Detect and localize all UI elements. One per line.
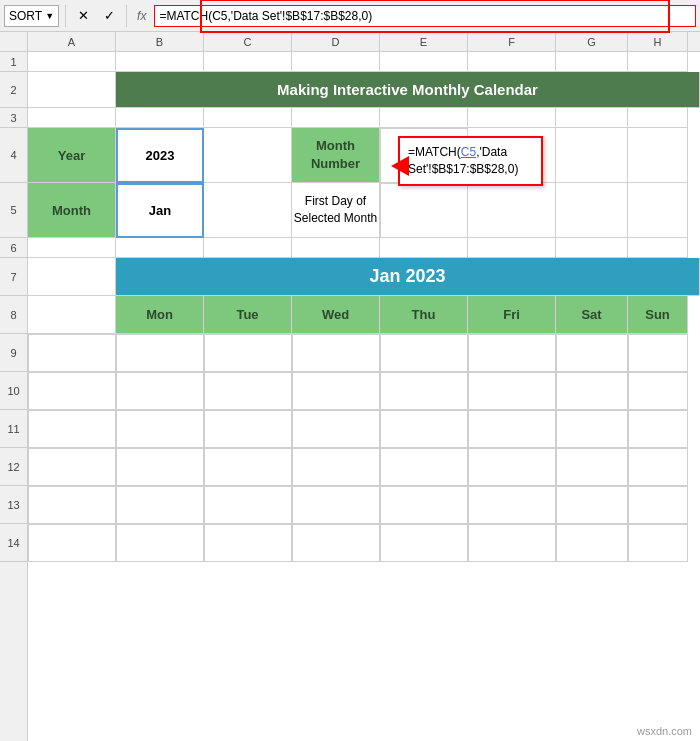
cell-e14[interactable] <box>380 524 468 562</box>
col-header-b: B <box>116 32 204 51</box>
cell-e9[interactable] <box>380 334 468 372</box>
day-thu: Thu <box>380 296 468 334</box>
cell-c12[interactable] <box>204 448 292 486</box>
rownum-10: 10 <box>0 372 27 410</box>
cell-a10 <box>28 372 116 410</box>
cancel-button[interactable]: ✕ <box>72 5 94 27</box>
sort-arrow-icon: ▼ <box>45 11 54 21</box>
cell-a9 <box>28 334 116 372</box>
cell-e11[interactable] <box>380 410 468 448</box>
cell-h9[interactable] <box>628 334 688 372</box>
row-13 <box>28 486 700 524</box>
col-header-c: C <box>204 32 292 51</box>
cell-g10[interactable] <box>556 372 628 410</box>
year-value-text: 2023 <box>146 148 175 163</box>
cell-d14[interactable] <box>292 524 380 562</box>
col-headers-row: A B C D E F G H <box>0 32 700 52</box>
cell-h10[interactable] <box>628 372 688 410</box>
cell-f13[interactable] <box>468 486 556 524</box>
cell-b12[interactable] <box>116 448 204 486</box>
cell-d6 <box>204 238 292 258</box>
cell-d11[interactable] <box>292 410 380 448</box>
cell-g14[interactable] <box>556 524 628 562</box>
cell-c14[interactable] <box>204 524 292 562</box>
cell-e1 <box>380 52 468 72</box>
cell-f9[interactable] <box>468 334 556 372</box>
month-value-cell[interactable]: Jan <box>116 183 204 238</box>
day-wed: Wed <box>292 296 380 334</box>
calendar-header-cell: Jan 2023 <box>116 258 700 296</box>
cell-g13[interactable] <box>556 486 628 524</box>
row-12 <box>28 448 700 486</box>
cell-g6 <box>468 238 556 258</box>
month-label-cell: Month <box>28 183 116 238</box>
cell-d13[interactable] <box>292 486 380 524</box>
cell-c13[interactable] <box>204 486 292 524</box>
col-header-e: E <box>380 32 468 51</box>
grid-canvas: Making Interactive Monthly Calendar <box>28 52 700 562</box>
sort-dropdown[interactable]: SORT ▼ <box>4 5 59 27</box>
cell-h6 <box>556 238 628 258</box>
cell-a12 <box>28 448 116 486</box>
cell-c11[interactable] <box>204 410 292 448</box>
cell-f12[interactable] <box>468 448 556 486</box>
cell-e12[interactable] <box>380 448 468 486</box>
cell-f10[interactable] <box>468 372 556 410</box>
cell-c1 <box>204 52 292 72</box>
cell-i5 <box>628 183 688 238</box>
day-tue-text: Tue <box>236 307 258 322</box>
cell-h12[interactable] <box>628 448 688 486</box>
rownum-9: 9 <box>0 334 27 372</box>
cell-d9[interactable] <box>292 334 380 372</box>
cell-d10[interactable] <box>292 372 380 410</box>
cell-b9[interactable] <box>116 334 204 372</box>
cell-c10[interactable] <box>204 372 292 410</box>
cell-c9[interactable] <box>204 334 292 372</box>
confirm-button[interactable]: ✓ <box>98 5 120 27</box>
month-number-label-cell: Month Number <box>292 128 380 183</box>
cell-b10[interactable] <box>116 372 204 410</box>
cell-f11[interactable] <box>468 410 556 448</box>
col-header-a: A <box>28 32 116 51</box>
day-tue: Tue <box>204 296 292 334</box>
cell-h14[interactable] <box>628 524 688 562</box>
cell-e13[interactable] <box>380 486 468 524</box>
cell-b13[interactable] <box>116 486 204 524</box>
cell-f6 <box>380 238 468 258</box>
cell-a1 <box>28 52 116 72</box>
cell-g1 <box>556 52 628 72</box>
corner-cell <box>0 32 28 51</box>
month-number-label-text: Month Number <box>292 137 379 173</box>
cell-b14[interactable] <box>116 524 204 562</box>
row-2: Making Interactive Monthly Calendar <box>28 72 700 108</box>
first-day-label-cell: First Day of Selected Month <box>292 183 380 238</box>
rownum-14: 14 <box>0 524 27 562</box>
cell-d12[interactable] <box>292 448 380 486</box>
cell-g9[interactable] <box>556 334 628 372</box>
cell-b1 <box>116 52 204 72</box>
row-4: Year 2023 Month Number =MATCH(C <box>28 128 700 183</box>
year-value-cell[interactable]: 2023 <box>116 128 204 183</box>
formula-bar[interactable]: =MATCH(C5,'Data Set'!$B$17:$B$28,0) <box>154 5 696 27</box>
day-sun-text: Sun <box>645 307 670 322</box>
cell-h1 <box>628 52 688 72</box>
cell-b11[interactable] <box>116 410 204 448</box>
cell-h3 <box>628 108 688 128</box>
cell-e3 <box>380 108 468 128</box>
cell-a11 <box>28 410 116 448</box>
spreadsheet: A B C D E F G H 1 2 3 4 5 6 7 8 9 10 11 … <box>0 32 700 741</box>
watermark: wsxdn.com <box>637 725 692 737</box>
separator <box>65 5 66 27</box>
rownum-1: 1 <box>0 52 27 72</box>
cell-g11[interactable] <box>556 410 628 448</box>
col-header-d: D <box>292 32 380 51</box>
row-1 <box>28 52 700 72</box>
row-10 <box>28 372 700 410</box>
cell-f5 <box>380 183 468 238</box>
cell-h11[interactable] <box>628 410 688 448</box>
cell-f14[interactable] <box>468 524 556 562</box>
cell-g12[interactable] <box>556 448 628 486</box>
cell-e10[interactable] <box>380 372 468 410</box>
col-header-h: H <box>628 32 688 51</box>
cell-h13[interactable] <box>628 486 688 524</box>
